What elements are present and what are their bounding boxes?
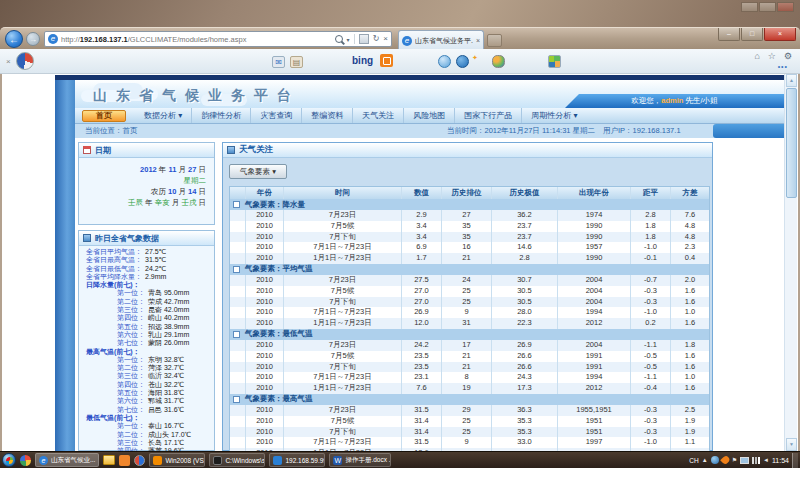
taskbar-ie-window[interactable]: e 山东省气候业... (35, 453, 99, 467)
group-row-mean-temp[interactable]: 气象要素：平均气温 (230, 264, 709, 275)
group-row-precipitation[interactable]: 气象要素：降水量 (230, 199, 709, 210)
nav-item[interactable]: 风险地图 (404, 108, 455, 123)
background-window-controls (741, 2, 794, 12)
more-addons-icon[interactable]: ••• (778, 63, 788, 70)
address-bar[interactable]: e http://192.168.137.1/GLCCLIMATE/module… (44, 31, 392, 47)
scroll-up-icon[interactable]: ▲ (786, 74, 797, 87)
stat-line: 全省日最高气温：31.5℃ (79, 256, 214, 264)
favorites-star-icon[interactable]: ☆ (768, 51, 776, 61)
taskbar-cmd-window[interactable]: C:\Windows\s.. (209, 453, 265, 467)
browser-tab[interactable]: e 山东省气候业务平... × (398, 30, 484, 50)
minimize-button[interactable]: – (718, 28, 740, 41)
tmin-rank-title: 最低气温(前七)： (79, 414, 214, 422)
scrollbar-thumb[interactable] (786, 88, 797, 198)
nav-item-home[interactable]: 首页 (82, 110, 126, 122)
close-button[interactable]: × (764, 28, 796, 41)
explorer-icon[interactable] (103, 455, 115, 465)
nav-item[interactable]: 灾害查询 (251, 108, 302, 123)
nav-item[interactable]: 整编资料 (302, 108, 353, 123)
current-time: 当前时间：2012年11月27日 11:14:31 星期二 (447, 124, 595, 138)
orange-addon-icon[interactable] (380, 54, 393, 67)
new-tab-button[interactable] (487, 34, 502, 47)
refresh-icon[interactable]: ↻ (373, 35, 380, 43)
taskbar-clock[interactable]: 11:54 (772, 457, 789, 464)
welcome-ribbon: 欢迎您，admin 先生/小姐 (565, 94, 784, 108)
compatibility-view-icon[interactable] (359, 34, 369, 44)
table-row: 20101月1日～7月23日1.7212.81990-0.10.4 (230, 253, 709, 264)
tmax-rank-item: 第五位：海阳 31.8℃ (79, 389, 214, 397)
network-bars-icon[interactable] (752, 457, 760, 464)
blue-addon-icon[interactable] (438, 55, 451, 68)
nav-item[interactable]: 国家下行产品 (455, 108, 522, 123)
back-button[interactable]: ← (5, 30, 23, 48)
pinned-app-icon[interactable] (20, 455, 31, 466)
tmax-rank-item: 第一位：东明 32.8℃ (79, 356, 214, 364)
stop-icon[interactable]: × (383, 35, 388, 43)
grid-addon-icon[interactable] (548, 55, 561, 68)
nav-item[interactable]: 周期性分析 ▾ (522, 108, 586, 123)
show-hidden-icons[interactable]: ▲ (702, 456, 708, 464)
settings-gear-icon[interactable]: ⚙ (784, 51, 792, 61)
table-row: 20107月下旬27.02530.52004-0.31.6 (230, 297, 709, 308)
maximize-button[interactable]: □ (741, 28, 763, 41)
weather-table: 年份 时间 数值 历史排位 历史极值 出现年份 距平 方差 气象要素：降水量 (229, 186, 710, 451)
table-row: 20107月23日31.52936.31955,1951-0.32.5 (230, 405, 709, 416)
taskbar: e 山东省气候业... Win2008 (VS2.. C:\Windows\s.… (0, 451, 800, 468)
expander-icon[interactable] (233, 201, 240, 208)
ganzhi-date: 壬辰 年 辛亥 月 壬戌 日 (79, 197, 206, 208)
tab-close-icon[interactable]: × (476, 37, 480, 44)
bing-logo[interactable]: bing (352, 55, 373, 66)
start-button[interactable] (2, 453, 16, 467)
taskbar-remote-window[interactable]: 192.168.59.99.. (269, 453, 325, 467)
nav-item[interactable]: 数据分析 ▾ (135, 108, 192, 123)
ie-icon: e (39, 456, 48, 465)
blue-addon-icon-2[interactable] (456, 55, 469, 68)
breadcrumb-bar: 当前位置：首页 当前时间：2012年11月27日 11:14:31 星期二 用户… (75, 124, 784, 138)
group-row-max-temp[interactable]: 气象要素：最高气温 (230, 394, 709, 405)
table-row: 20107月下旬3.43523.719901.84.8 (230, 232, 709, 243)
expander-icon[interactable] (233, 266, 240, 273)
group-row-min-temp[interactable]: 气象要素：最低气温 (230, 329, 709, 340)
weather-focus-panel: 天气关注 气象要素 ▾ 年份 时间 数值 历史排位 历史极值 出现年份 距平 (222, 142, 713, 451)
show-desktop-button[interactable] (792, 453, 798, 468)
addon-logo-icon[interactable] (16, 52, 34, 70)
close-toolbar-icon[interactable]: × (6, 57, 11, 66)
tmin-rank-item: 第三位：长岛 17.1℃ (79, 439, 214, 447)
action-center-flag-icon[interactable]: ⚑ (732, 456, 737, 464)
taskbar-vmware-window[interactable]: Win2008 (VS2.. (149, 453, 205, 467)
calendar-icon (83, 146, 91, 154)
expander-icon[interactable] (233, 396, 240, 403)
nav-item[interactable]: 韵律性分析 (192, 108, 251, 123)
window-edge-left (0, 74, 2, 451)
expander-icon[interactable] (233, 331, 240, 338)
windows-flag-icon (5, 457, 13, 464)
forward-button[interactable]: → (26, 32, 40, 46)
nav-item[interactable]: 天气关注 (353, 108, 404, 123)
vertical-scrollbar[interactable]: ▲ ▼ (784, 74, 797, 451)
url-text[interactable]: http://192.168.137.1/GLCCLIMATE/modules/… (61, 35, 332, 44)
language-indicator[interactable]: CH (689, 457, 698, 464)
rain-rank-item: 第七位：蒙阴 26.0mm (79, 339, 214, 347)
header-right-block (713, 124, 784, 138)
tmax-rank-item: 第六位：郓城 31.7℃ (79, 397, 214, 405)
tmax-rank-item: 第四位：苍山 32.2℃ (79, 381, 214, 389)
scroll-down-icon[interactable]: ▼ (786, 438, 797, 451)
home-icon[interactable]: ⌂ (754, 51, 759, 61)
security-flame-icon[interactable] (720, 455, 731, 466)
taskbar-word-window[interactable]: W 操作手册.docx .. (329, 453, 391, 467)
tmax-rank-item: 第二位：菏泽 32.7℃ (79, 364, 214, 372)
mail-icon[interactable]: ✉ (272, 56, 285, 68)
cards-icon[interactable]: ▤ (290, 56, 303, 68)
orange-app-icon[interactable] (119, 455, 130, 466)
address-dropdown-icon[interactable]: ▾ (347, 36, 350, 43)
circle-app-icon[interactable] (134, 455, 145, 466)
display-icon[interactable] (740, 457, 749, 464)
paw-addon-icon[interactable] (492, 55, 505, 68)
volume-icon[interactable]: ◄ (763, 456, 769, 464)
network-globe-icon[interactable] (711, 456, 719, 464)
window-controls: – □ × (718, 28, 796, 41)
tmax-rank-item: 第三位：临沂 32.4℃ (79, 372, 214, 380)
search-icon[interactable] (335, 35, 343, 43)
calendar-panel-header: 日期 (79, 143, 214, 158)
element-dropdown-button[interactable]: 气象要素 ▾ (229, 164, 287, 179)
